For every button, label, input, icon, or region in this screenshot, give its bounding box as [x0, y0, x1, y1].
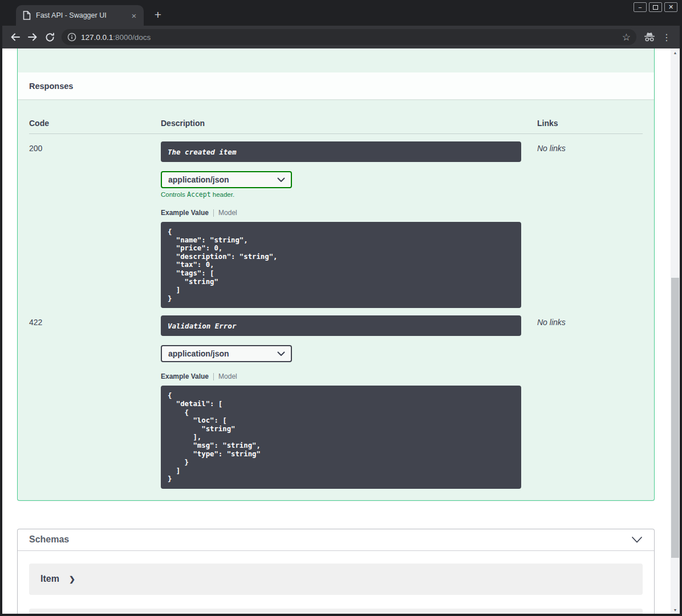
- incognito-icon: [643, 32, 656, 42]
- url-text[interactable]: 127.0.0.1:8000/docs: [81, 33, 621, 42]
- url-host: 127.0.0.1: [81, 33, 113, 42]
- chevron-right-icon: ❯: [69, 575, 75, 583]
- new-tab-button[interactable]: +: [151, 7, 165, 22]
- response-row-200: 200 The created item application/json: [29, 134, 643, 308]
- swagger-content: Responses Code Description Links 200 The…: [17, 48, 655, 614]
- response-description-box: Validation Error: [161, 315, 521, 336]
- tab-example-value[interactable]: Example Value: [161, 209, 209, 217]
- maximize-icon: [653, 5, 658, 10]
- example-model-tabs: Example Value Model: [161, 372, 537, 380]
- response-row-422: 422 Validation Error application/json: [29, 308, 643, 489]
- responses-table-header: Code Description Links: [29, 99, 643, 134]
- tab-separator: [213, 373, 214, 380]
- response-description-text: Validation Error: [168, 322, 236, 330]
- accept-note-prefix: Controls: [161, 191, 187, 198]
- browser-toolbar: 127.0.0.1:8000/docs ☆ ⋮: [2, 26, 680, 48]
- browser-tab[interactable]: Fast API - Swagger UI ×: [16, 5, 144, 26]
- scrollbar-thumb[interactable]: [671, 278, 679, 558]
- scroll-down-arrow-icon[interactable]: ▼: [671, 606, 680, 614]
- site-info-icon[interactable]: [67, 33, 76, 42]
- back-arrow-icon: [10, 31, 21, 43]
- schemas-section: Schemas Item ❯ ValidationError ❯: [17, 529, 655, 614]
- model-name: Item: [40, 574, 59, 584]
- tab-separator: [213, 209, 214, 217]
- model-item[interactable]: Item ❯: [29, 564, 643, 595]
- media-type-value: application/json: [168, 175, 277, 184]
- responses-section-header: Responses: [18, 72, 654, 99]
- schemas-title: Schemas: [29, 534, 631, 545]
- post-opblock: Responses Code Description Links 200 The…: [17, 48, 655, 501]
- response-code: 422: [29, 315, 161, 489]
- tab-title: Fast API - Swagger UI: [36, 11, 129, 19]
- reload-button[interactable]: [41, 29, 58, 46]
- media-type-value: application/json: [168, 349, 277, 358]
- back-button[interactable]: [7, 29, 24, 46]
- chevron-down-icon: [277, 351, 285, 356]
- example-model-tabs: Example Value Model: [161, 209, 537, 217]
- chevron-down-icon: [277, 177, 285, 183]
- controls-accept-note: Controls Accept header.: [161, 191, 537, 198]
- response-description-text: The created item: [168, 148, 236, 156]
- maximize-button[interactable]: [649, 2, 662, 12]
- response-description-cell: Validation Error application/json Exampl…: [161, 315, 537, 489]
- example-json-block: { "name": "string", "price": 0, "descrip…: [161, 222, 521, 308]
- column-header-code: Code: [29, 119, 161, 128]
- window-controls: − ✕: [634, 2, 677, 12]
- response-description-box: The created item: [161, 141, 521, 162]
- model-validationerror[interactable]: ValidationError ❯: [29, 609, 643, 614]
- accept-note-mono: Accept: [187, 191, 211, 198]
- chevron-down-icon: [631, 536, 643, 544]
- tab-model[interactable]: Model: [218, 209, 237, 217]
- column-header-description: Description: [161, 119, 537, 128]
- schemas-header[interactable]: Schemas: [18, 529, 654, 551]
- schemas-body: Item ❯ ValidationError ❯: [18, 551, 654, 614]
- chrome-menu-button[interactable]: ⋮: [658, 29, 675, 46]
- page-viewport: Responses Code Description Links 200 The…: [2, 48, 680, 614]
- responses-table: Code Description Links 200 The created i…: [18, 99, 654, 500]
- bookmark-star-icon[interactable]: ☆: [622, 31, 631, 43]
- response-links: No links: [537, 315, 644, 489]
- scroll-up-arrow-icon[interactable]: ▲: [671, 48, 680, 56]
- three-dot-menu-icon: ⋮: [662, 32, 671, 43]
- close-button[interactable]: ✕: [664, 2, 677, 12]
- media-type-select[interactable]: application/json: [161, 171, 292, 188]
- tab-example-value[interactable]: Example Value: [161, 372, 209, 380]
- example-json-block: { "detail": [ { "loc": [ "string" ], "ms…: [161, 386, 521, 489]
- response-links: No links: [537, 141, 644, 308]
- page-favicon-icon: [23, 11, 31, 20]
- response-description-cell: The created item application/json Contro…: [161, 141, 537, 308]
- tab-bar: Fast API - Swagger UI × + − ✕: [2, 0, 680, 26]
- browser-window: Fast API - Swagger UI × + − ✕: [0, 0, 682, 616]
- accept-note-suffix: header.: [211, 191, 235, 198]
- address-bar[interactable]: 127.0.0.1:8000/docs ☆: [62, 29, 636, 45]
- minimize-button[interactable]: −: [634, 2, 647, 12]
- tab-model[interactable]: Model: [218, 372, 237, 380]
- url-path: :8000/docs: [113, 33, 151, 42]
- forward-button[interactable]: [24, 29, 41, 46]
- response-code: 200: [29, 141, 161, 308]
- page-scrollbar[interactable]: ▲ ▼: [671, 48, 680, 614]
- column-header-links: Links: [537, 119, 644, 128]
- responses-title: Responses: [29, 82, 73, 91]
- forward-arrow-icon: [27, 31, 38, 43]
- tab-close-icon[interactable]: ×: [129, 10, 139, 21]
- opblock-spacer: [18, 48, 654, 72]
- incognito-button[interactable]: [641, 29, 658, 46]
- reload-icon: [44, 32, 55, 43]
- media-type-select[interactable]: application/json: [161, 345, 292, 362]
